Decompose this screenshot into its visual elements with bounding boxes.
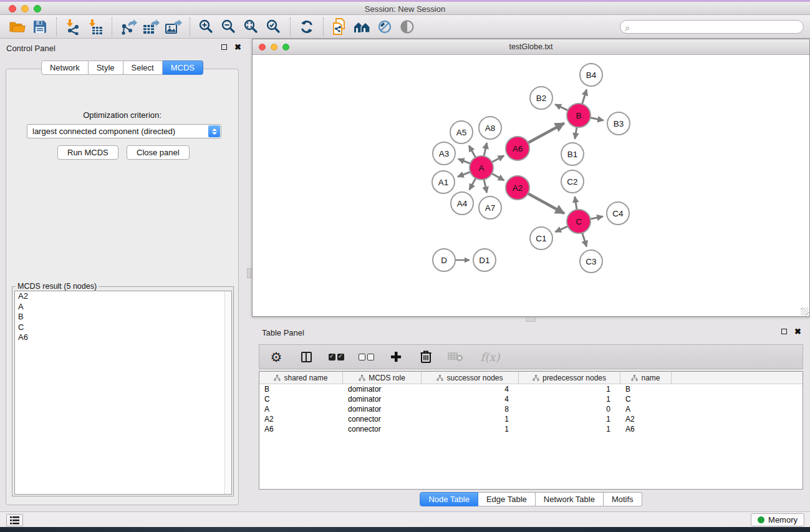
refresh-icon[interactable] [296,17,318,37]
table-cell[interactable]: connector [343,425,422,433]
graph-edge-C-C4[interactable] [590,216,603,219]
column-header-name[interactable]: name [620,372,672,384]
node-table[interactable]: shared nameMCDS rolesuccessor nodesprede… [259,371,803,490]
panel-splitter-handle[interactable] [247,268,251,278]
table-row[interactable]: A2connector11A2 [259,414,803,424]
graph-edge-C-C2[interactable] [575,196,577,210]
graph-node-C1[interactable]: C1 [530,227,552,249]
graph-node-B1[interactable]: B1 [561,143,584,165]
column-header-predecessor-nodes[interactable]: predecessor nodes [519,372,620,384]
graph-node-B4[interactable]: B4 [580,64,602,86]
table-row[interactable]: Cdominator41C [259,394,803,404]
graph-node-D1[interactable]: D1 [473,249,496,271]
table-cell[interactable]: dominator [343,385,422,394]
graph-node-A5[interactable]: A5 [450,121,473,143]
table-cell[interactable]: A6 [620,425,672,433]
table-cell[interactable]: 8 [422,405,519,414]
memory-button[interactable]: Memory [751,513,804,526]
graph-node-B3[interactable]: B3 [607,112,630,135]
graph-edge-B-B3[interactable] [590,118,604,121]
zoom-in-icon[interactable] [195,17,218,37]
table-cell[interactable]: 1 [519,415,620,423]
zoom-out-icon[interactable] [218,17,240,37]
table-cell[interactable]: C [620,395,672,404]
column-header-successor-nodes[interactable]: successor nodes [422,372,519,384]
table-cell[interactable]: 1 [422,415,519,423]
zoom-selected-icon[interactable] [263,17,285,37]
graph-edge-B-B1[interactable] [575,127,577,139]
graph-node-C[interactable]: C [567,210,591,233]
delete-table-icon[interactable] [448,349,464,365]
first-neighbors-icon[interactable] [351,17,374,37]
function-builder-icon[interactable]: f(x) [478,349,503,365]
app-titlebar[interactable]: Session: New Session [0,2,810,15]
tab-edge-table[interactable]: Edge Table [478,492,536,506]
mcds-result-list[interactable]: A2ABCA6 [14,291,232,495]
table-cell[interactable]: A [620,405,672,414]
table-cell[interactable]: 1 [519,385,620,394]
close-panel-button[interactable]: Close panel [127,145,190,160]
hide-graphics-details-icon[interactable] [374,17,396,37]
mcds-result-item[interactable]: A2 [15,291,231,302]
zoom-fit-icon[interactable] [240,17,263,37]
mcds-result-item[interactable]: A [15,302,231,312]
tab-network-table[interactable]: Network Table [536,492,604,506]
panel-splitter-handle[interactable] [526,317,536,322]
graph-node-B2[interactable]: B2 [530,87,552,109]
graph-node-B[interactable]: B [567,104,591,127]
graph-node-A6[interactable]: A6 [506,137,529,160]
task-history-button[interactable] [6,514,23,526]
table-cell[interactable]: A2 [259,415,343,423]
select-all-icon[interactable] [328,349,344,365]
graph-node-D[interactable]: D [433,249,455,271]
graph-edge-A2-C[interactable] [528,193,564,214]
network-graph-canvas[interactable]: B4B2BB3A8A5A6A3B1AA1C2A2A4A7C4CC1DD1C3 [253,55,809,316]
export-network-icon[interactable] [117,17,140,37]
show-graphics-details-icon[interactable] [396,17,418,37]
new-network-from-selection-icon[interactable] [329,17,351,37]
deselect-all-icon[interactable] [358,349,374,365]
table-cell[interactable]: C [259,395,343,404]
graph-edge-B-B4[interactable] [582,90,586,105]
graph-node-A1[interactable]: A1 [432,171,455,193]
table-cell[interactable]: A2 [620,415,672,423]
criterion-dropdown[interactable]: largest connected component (directed) [27,124,221,138]
add-column-icon[interactable] [388,349,404,365]
table-cell[interactable]: B [620,385,672,394]
import-table-icon[interactable] [84,17,107,37]
table-row[interactable]: A6connector11A6 [259,424,803,434]
tab-mcds[interactable]: MCDS [163,60,203,75]
table-cell[interactable]: B [259,385,343,394]
table-cell[interactable]: 4 [422,395,519,404]
tab-network[interactable]: Network [41,60,89,75]
run-mcds-button[interactable]: Run MCDS [57,145,118,160]
save-session-icon[interactable] [29,17,51,37]
graph-edge-A-A4[interactable] [470,178,476,190]
table-cell[interactable]: dominator [343,395,422,404]
close-panel-icon[interactable]: ✖ [234,44,241,50]
tab-motifs[interactable]: Motifs [604,492,642,506]
table-cell[interactable]: 0 [519,405,620,414]
float-panel-icon[interactable] [221,44,227,50]
graph-node-A3[interactable]: A3 [433,142,455,165]
export-image-icon[interactable] [162,17,185,37]
graph-node-C2[interactable]: C2 [561,170,584,193]
tab-select[interactable]: Select [123,60,163,75]
graph-edge-A-A5[interactable] [469,145,476,158]
network-window-titlebar[interactable]: testGlobe.txt [253,39,809,55]
graph-edge-A-A3[interactable] [458,159,471,164]
table-cell[interactable]: A6 [259,425,343,433]
graph-node-C3[interactable]: C3 [580,250,602,273]
scrollbar-track[interactable] [224,291,231,494]
mcds-result-item[interactable]: B [15,312,231,322]
graph-node-A[interactable]: A [470,156,493,180]
graph-edge-A-A7[interactable] [484,179,487,193]
table-row[interactable]: Bdominator41B [259,384,803,394]
graph-node-A2[interactable]: A2 [506,176,529,200]
graph-edge-A-A8[interactable] [484,143,487,157]
table-cell[interactable]: 1 [422,425,519,433]
tab-node-table[interactable]: Node Table [420,492,478,506]
column-header-MCDS-role[interactable]: MCDS role [343,372,422,384]
export-table-icon[interactable] [140,17,162,37]
graph-node-A7[interactable]: A7 [479,196,501,219]
